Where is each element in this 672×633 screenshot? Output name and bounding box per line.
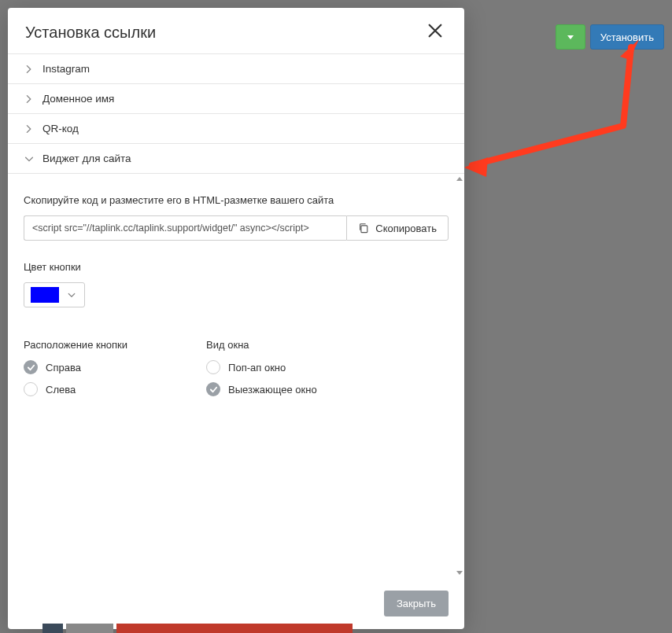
accordion-label: QR-код bbox=[42, 123, 79, 134]
svg-rect-2 bbox=[361, 226, 367, 233]
window-label: Вид окна bbox=[206, 339, 317, 351]
install-button[interactable]: Установить bbox=[590, 24, 664, 50]
header-dropdown-button[interactable] bbox=[556, 24, 585, 50]
radio-label: Слева bbox=[46, 384, 76, 396]
color-picker[interactable] bbox=[24, 282, 85, 307]
radio-window-slideout[interactable]: Выезжающее окно bbox=[206, 382, 317, 396]
modal-close-button[interactable] bbox=[423, 22, 447, 42]
chevron-down-icon bbox=[24, 153, 35, 164]
chevron-right-icon bbox=[24, 123, 35, 134]
chevron-right-icon bbox=[24, 64, 35, 75]
radio-unchecked-icon bbox=[24, 382, 38, 396]
page-header-actions: Установить bbox=[556, 24, 664, 50]
radio-position-right[interactable]: Справа bbox=[24, 360, 127, 374]
link-install-modal: Установка ссылки Instagram Доменное имя bbox=[8, 8, 464, 629]
accordion-item-widget: Виджет для сайта bbox=[8, 144, 464, 174]
code-row: Скопировать bbox=[24, 215, 449, 241]
radio-checked-icon bbox=[206, 382, 220, 396]
radio-window-popup[interactable]: Поп-ап окно bbox=[206, 360, 317, 374]
accordion-item-qr: QR-код bbox=[8, 114, 464, 144]
window-column: Вид окна Поп-ап окно Выезжающее окно bbox=[206, 339, 317, 404]
accordion-head-widget[interactable]: Виджет для сайта bbox=[8, 144, 464, 173]
modal-title: Установка ссылки bbox=[25, 24, 156, 42]
accordion-label: Виджет для сайта bbox=[42, 153, 131, 164]
modal-header: Установка ссылки bbox=[8, 8, 464, 53]
copy-instruction: Скопируйте код и разместите его в HTML-р… bbox=[24, 194, 449, 206]
position-label: Расположение кнопки bbox=[24, 339, 127, 351]
options-columns: Расположение кнопки Справа Слева Вид окн… bbox=[24, 339, 449, 404]
color-label: Цвет кнопки bbox=[24, 261, 449, 273]
radio-unchecked-icon bbox=[206, 360, 220, 374]
caret-down-icon bbox=[567, 35, 574, 39]
close-icon bbox=[426, 22, 444, 39]
radio-position-left[interactable]: Слева bbox=[24, 382, 127, 396]
position-column: Расположение кнопки Справа Слева bbox=[24, 339, 127, 404]
widget-panel: Скопируйте код и разместите его в HTML-р… bbox=[8, 174, 464, 578]
radio-label: Поп-ап окно bbox=[228, 362, 286, 374]
copy-button[interactable]: Скопировать bbox=[346, 215, 449, 241]
accordion-head-domain[interactable]: Доменное имя bbox=[8, 84, 464, 113]
chevron-down-icon bbox=[67, 290, 76, 300]
accordion-head-instagram[interactable]: Instagram bbox=[8, 54, 464, 83]
accordion-label: Доменное имя bbox=[42, 93, 114, 105]
radio-label: Справа bbox=[46, 362, 81, 374]
widget-code-input[interactable] bbox=[24, 215, 346, 241]
color-swatch bbox=[31, 287, 59, 303]
radio-label: Выезжающее окно bbox=[228, 384, 317, 396]
accordion-item-instagram: Instagram bbox=[8, 54, 464, 84]
copy-button-label: Скопировать bbox=[375, 223, 437, 234]
accordion-head-qr[interactable]: QR-код bbox=[8, 114, 464, 143]
chevron-right-icon bbox=[24, 94, 35, 105]
modal-footer: Закрыть bbox=[8, 578, 464, 629]
copy-icon bbox=[358, 223, 369, 234]
accordion-label: Instagram bbox=[42, 63, 90, 75]
radio-checked-icon bbox=[24, 360, 38, 374]
accordion: Instagram Доменное имя QR-код bbox=[8, 53, 464, 174]
accordion-item-domain: Доменное имя bbox=[8, 84, 464, 114]
scrollbar[interactable] bbox=[456, 174, 463, 578]
close-button[interactable]: Закрыть bbox=[384, 591, 449, 616]
background-strip bbox=[42, 624, 353, 633]
